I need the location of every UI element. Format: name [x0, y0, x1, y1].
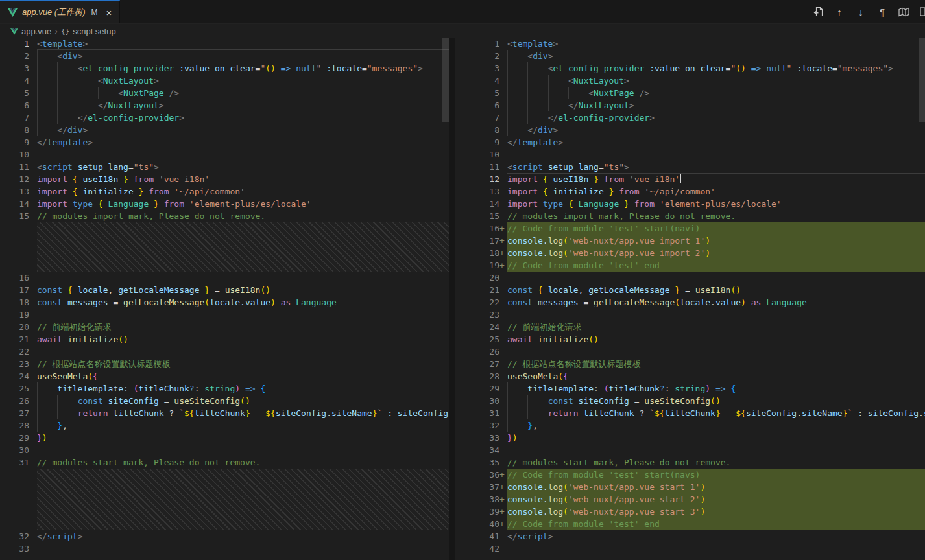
code-line[interactable]: 4 <NuxtLayout>	[0, 75, 449, 87]
code-line[interactable]: 12import { useI18n } from 'vue-i18n'	[455, 173, 925, 185]
code-line[interactable]: 40+// Code from module 'test' end	[455, 518, 925, 530]
code-line[interactable]: 13import { initialize } from '~/api/comm…	[0, 185, 449, 198]
code-line[interactable]: 19	[0, 309, 449, 321]
close-icon[interactable]: ×	[106, 8, 112, 18]
breadcrumb-symbol[interactable]: script setup	[73, 27, 115, 36]
code-line[interactable]: 36+// Code from module 'test' start(navs…	[455, 469, 925, 481]
code-line[interactable]: 7 </el-config-provider>	[455, 111, 925, 124]
code-line[interactable]: 30	[0, 444, 449, 456]
code-line[interactable]: 11<script setup lang="ts">	[455, 161, 925, 173]
scrollbar[interactable]	[442, 38, 449, 122]
indent-guide	[37, 75, 38, 87]
code-line[interactable]: 30 const siteConfig = useSiteConfig()	[455, 395, 925, 407]
code-line[interactable]: 20	[455, 272, 925, 284]
code-line[interactable]: 28useSeoMeta({	[455, 370, 925, 382]
diff-sash[interactable]	[449, 38, 455, 560]
code-line[interactable]: 3 <el-config-provider :value-on-clear="(…	[0, 62, 449, 75]
code-line[interactable]: 6 </NuxtLayout>	[0, 99, 449, 111]
code-line[interactable]: 2 <div>	[455, 50, 925, 62]
original-pane[interactable]: 1<template>2 <div>3 <el-config-provider …	[0, 38, 449, 560]
code-line[interactable]: 24useSeoMeta({	[0, 370, 449, 382]
code-line[interactable]: 29 titleTemplate: (titleChunk?: string) …	[455, 382, 925, 395]
diff-placeholder	[0, 222, 449, 272]
code-line[interactable]: 29})	[0, 432, 449, 444]
code-line[interactable]: 14import type { Language } from 'element…	[455, 198, 925, 210]
code-line[interactable]: 27// 根据站点名称设置默认标题模板	[455, 358, 925, 370]
code-line[interactable]: 9</template>	[455, 136, 925, 148]
code-line[interactable]: 33})	[455, 432, 925, 444]
code-line[interactable]: 24// 前端初始化请求	[455, 321, 925, 333]
code-line[interactable]: 13import { initialize } from '~/api/comm…	[455, 185, 925, 198]
breadcrumb: app.vue › {} script setup	[0, 24, 925, 38]
code-line[interactable]: 14import type { Language } from 'element…	[0, 198, 449, 210]
code-line[interactable]: 32 },	[455, 419, 925, 432]
tab-app-vue[interactable]: app.vue (工作树) M ×	[0, 0, 120, 23]
code-line[interactable]: 35// modules start mark, Please do not r…	[455, 456, 925, 469]
previous-change-icon[interactable]: ↑	[834, 6, 845, 18]
code-line[interactable]: 42	[455, 542, 925, 555]
code-line[interactable]: 27 return titleChunk ? `${titleChunk} - …	[0, 407, 449, 419]
code-line[interactable]: 5 <NuxtPage />	[455, 87, 925, 99]
code-line[interactable]: 26 const siteConfig = useSiteConfig()	[0, 395, 449, 407]
code-line[interactable]: 41</script>	[455, 530, 925, 542]
code-line[interactable]: 33	[0, 542, 449, 555]
indent-guide	[57, 111, 58, 124]
open-file-icon[interactable]	[812, 6, 824, 17]
scrollbar[interactable]	[919, 38, 925, 122]
code-line[interactable]: 37+console.log('web-nuxt/app.vue start 1…	[455, 481, 925, 493]
code-line[interactable]: 16+// Code from module 'test' start(navi…	[455, 222, 925, 235]
split-editor-icon[interactable]	[919, 6, 925, 17]
code-line[interactable]: 10	[0, 148, 449, 161]
map-icon[interactable]	[898, 7, 909, 17]
code-line[interactable]: 7 </el-config-provider>	[0, 111, 449, 124]
code-line[interactable]: 1<template>	[455, 38, 925, 50]
code-line[interactable]: 5 <NuxtPage />	[0, 87, 449, 99]
line-number	[0, 222, 29, 272]
code-line[interactable]: 32</script>	[0, 530, 449, 542]
code-line[interactable]: 4 <NuxtLayout>	[455, 75, 925, 87]
line-number: 25	[455, 333, 499, 345]
code-line[interactable]: 26	[455, 345, 925, 358]
modified-pane[interactable]: 1<template>2 <div>3 <el-config-provider …	[455, 38, 925, 560]
code-line[interactable]: 17+console.log('web-nuxt/app.vue import …	[455, 235, 925, 247]
code-line[interactable]: 21const { locale, getLocaleMessage } = u…	[455, 284, 925, 296]
code-line[interactable]: 17const { locale, getLocaleMessage } = u…	[0, 284, 449, 296]
code-line[interactable]: 15// modules import mark, Please do not …	[455, 210, 925, 222]
code-line[interactable]: 6 </NuxtLayout>	[455, 99, 925, 111]
code-line[interactable]: 12import { useI18n } from 'vue-i18n'	[0, 173, 449, 185]
code-line[interactable]: 8 </div>	[0, 124, 449, 136]
code-line[interactable]: 18+console.log('web-nuxt/app.vue import …	[455, 247, 925, 259]
whitespace-icon[interactable]: ¶	[876, 6, 888, 18]
code-line[interactable]: 10	[455, 148, 925, 161]
code-line[interactable]: 38+console.log('web-nuxt/app.vue start 2…	[455, 493, 925, 506]
indent-guide	[37, 124, 38, 136]
code-line[interactable]: 25 titleTemplate: (titleChunk?: string) …	[0, 382, 449, 395]
code-line[interactable]: 2 <div>	[0, 50, 449, 62]
code-line[interactable]: 22const messages = getLocaleMessage(loca…	[455, 296, 925, 309]
code-line[interactable]: 19+// Code from module 'test' end	[455, 259, 925, 272]
code-line[interactable]: 18const messages = getLocaleMessage(loca…	[0, 296, 449, 309]
breadcrumb-file[interactable]: app.vue	[21, 27, 51, 36]
code-line[interactable]: 3 <el-config-provider :value-on-clear="(…	[455, 62, 925, 75]
code-line[interactable]: 39+console.log('web-nuxt/app.vue start 3…	[455, 506, 925, 518]
code-line[interactable]: 16	[0, 272, 449, 284]
code-line[interactable]: 11<script setup lang="ts">	[0, 161, 449, 173]
code-line[interactable]: 20// 前端初始化请求	[0, 321, 449, 333]
code-line[interactable]: 23	[455, 309, 925, 321]
line-number: 35	[455, 456, 499, 469]
code-line[interactable]: 34	[455, 444, 925, 456]
code-line[interactable]: 21await initialize()	[0, 333, 449, 345]
code-line[interactable]: 31// modules start mark, Please do not r…	[0, 456, 449, 469]
code-line[interactable]: 25await initialize()	[455, 333, 925, 345]
line-number: 13	[0, 185, 29, 198]
code-line[interactable]: 23// 根据站点名称设置默认标题模板	[0, 358, 449, 370]
code-line[interactable]: 15// modules import mark, Please do not …	[0, 210, 449, 222]
indent-guide	[548, 99, 549, 111]
code-line[interactable]: 28 },	[0, 419, 449, 432]
code-line[interactable]: 22	[0, 345, 449, 358]
next-change-icon[interactable]: ↓	[855, 6, 867, 18]
code-line[interactable]: 9</template>	[0, 136, 449, 148]
code-line[interactable]: 1<template>	[0, 38, 449, 50]
code-line[interactable]: 31 return titleChunk ? `${titleChunk} - …	[455, 407, 925, 419]
code-line[interactable]: 8 </div>	[455, 124, 925, 136]
